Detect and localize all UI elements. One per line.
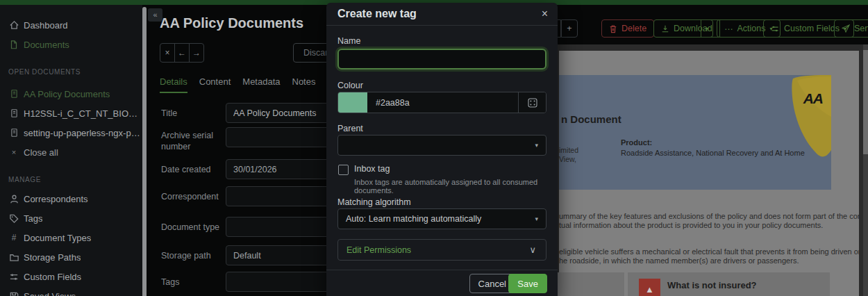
tab-notes[interactable]: Notes (292, 76, 316, 93)
tab-content[interactable]: Content (199, 76, 231, 93)
warning-triangle-icon: ▲ (639, 279, 660, 296)
field-label: Date created (161, 164, 225, 175)
sidebar-item-label: Tags (24, 213, 42, 224)
folder-icon (8, 252, 19, 263)
document-address-fragment: imited View, (559, 146, 578, 164)
sliders-icon (771, 24, 780, 33)
sidebar-item-tags[interactable]: Tags (0, 211, 142, 226)
sidebar-open-doc-1[interactable]: AA Policy Documents (0, 86, 142, 101)
random-colour-button[interactable] (518, 92, 546, 113)
pdf-page: n Document imited View, Product: Roadsid… (559, 51, 859, 296)
sidebar-item-document-types[interactable]: # Document Types (0, 230, 142, 245)
sidebar-item-documents[interactable]: Documents (0, 37, 142, 52)
preview-scrollbar[interactable] (863, 44, 868, 296)
edit-permissions-label: Edit Permissions (347, 245, 411, 255)
sidebar-item-correspondents[interactable]: Correspondents (0, 191, 142, 206)
colour-hex-input[interactable] (367, 92, 518, 113)
delete-button[interactable]: Delete (601, 19, 654, 38)
next-document-button[interactable]: → (189, 43, 204, 63)
sidebar-close-all[interactable]: × Close all (0, 145, 142, 160)
sidebar-item-label: Saved Views (24, 291, 76, 296)
app-window: Dashboard Documents OPEN DOCUMENTS AA Po… (0, 0, 868, 296)
inbox-tag-checkbox[interactable] (338, 165, 349, 175)
tab-details[interactable]: Details (160, 76, 187, 93)
manage-header: MANAGE (8, 176, 41, 183)
caret-down-icon: ▾ (535, 215, 538, 222)
not-insured-title: What is not insured? (667, 280, 757, 290)
sidebar-item-storage-paths[interactable]: Storage Paths (0, 249, 142, 265)
aa-logo-text: AA (803, 90, 823, 107)
document-paragraph-1: ummary of the key features and exclusion… (559, 212, 868, 229)
open-doc-label: H12SSL-i_C_CT_NT_BIOS_3.3_rele... (24, 108, 140, 119)
home-icon (8, 19, 19, 31)
send-label: Send (854, 24, 868, 33)
tag-icon (8, 213, 19, 224)
sidebar-item-label: Documents (24, 40, 69, 50)
download-dropdown-caret[interactable]: ▾ (701, 19, 713, 38)
close-icon: × (8, 147, 19, 158)
field-label: Tags (161, 277, 225, 288)
documents-icon (8, 39, 19, 50)
person-icon (8, 193, 19, 204)
open-doc-label: setting-up-paperless-ngx-part-one (24, 128, 140, 138)
sidebar-divider (142, 7, 147, 296)
save-button[interactable]: Save (508, 274, 547, 293)
modal-title: Create new tag (337, 8, 417, 20)
modal-footer: Cancel Save (326, 270, 558, 296)
preview-scrollbar-thumb[interactable] (863, 50, 868, 154)
actions-label: Actions (737, 24, 766, 33)
insured-box (558, 272, 624, 296)
aa-logo: AA (769, 75, 831, 161)
download-icon (661, 24, 669, 33)
send-icon (842, 24, 850, 33)
name-label: Name (337, 36, 360, 46)
document-nav-group: × ← → (160, 43, 204, 63)
open-documents-header: OPEN DOCUMENTS (8, 68, 81, 76)
field-label: Storage path (161, 250, 225, 261)
sidebar-item-label: Document Types (24, 233, 91, 243)
sidebar-item-custom-fields[interactable]: Custom Fields (0, 269, 142, 284)
send-button[interactable]: Send ▾ (834, 19, 868, 38)
open-doc-label: AA Policy Documents (24, 89, 110, 99)
modal-header: Create new tag × (326, 3, 558, 26)
sidebar-open-doc-3[interactable]: setting-up-paperless-ngx-part-one (0, 125, 142, 140)
ellipsis-icon: ⋯ (724, 24, 733, 34)
parent-label: Parent (337, 124, 363, 133)
custom-fields-label: Custom Fields (784, 24, 840, 33)
matching-algorithm-select[interactable]: Auto: Learn matching automatically ▾ (337, 208, 546, 229)
field-label: Correspondent (161, 191, 225, 202)
create-tag-modal: Create new tag × Name Colour Parent ▾ In… (326, 3, 558, 296)
inbox-tag-label[interactable]: Inbox tag (354, 164, 390, 174)
edit-permissions-accordion[interactable]: Edit Permissions ∨ (337, 239, 546, 261)
document-icon (8, 108, 19, 119)
dice-icon (528, 98, 537, 108)
matching-algorithm-label: Matching algorithm (337, 197, 411, 207)
page-title: AA Policy Documents (160, 15, 303, 31)
document-header-band: n Document imited View, Product: Roadsid… (559, 75, 831, 190)
sidebar-open-doc-2[interactable]: H12SSL-i_C_CT_NT_BIOS_3.3_rele... (0, 106, 142, 121)
tag-name-input[interactable] (337, 49, 546, 69)
previous-document-button[interactable]: ← (174, 43, 190, 63)
delete-label: Delete (621, 24, 646, 33)
sidebar-item-dashboard[interactable]: Dashboard (0, 17, 142, 33)
field-label: Title (161, 108, 225, 119)
sliders-icon (8, 271, 19, 282)
tab-metadata[interactable]: Metadata (242, 76, 280, 93)
sidebar-item-label: Storage Paths (24, 252, 81, 263)
document-paragraph-2: eligible vehicle suffers a mechanical or… (559, 247, 861, 265)
zoom-in-button[interactable]: + (561, 19, 578, 38)
modal-close-icon[interactable]: × (540, 6, 549, 22)
trash-icon (609, 24, 617, 33)
field-label: Archive serial number (161, 130, 225, 152)
close-document-button[interactable]: × (160, 43, 175, 63)
pdf-viewer: n Document imited View, Product: Roadsid… (533, 44, 868, 296)
parent-select[interactable]: ▾ (337, 135, 546, 156)
inbox-tag-hint: Inbox tags are automatically assigned to… (354, 178, 558, 195)
caret-down-icon: ▾ (535, 142, 538, 149)
sidebar-item-saved-views[interactable]: Saved Views (0, 288, 142, 296)
sidebar-item-label: Correspondents (24, 194, 88, 204)
matching-algorithm-value: Auto: Learn matching automatically (346, 214, 481, 224)
hash-icon: # (8, 232, 19, 243)
sidebar-item-label: Dashboard (24, 20, 68, 31)
colour-label: Colour (337, 81, 363, 90)
